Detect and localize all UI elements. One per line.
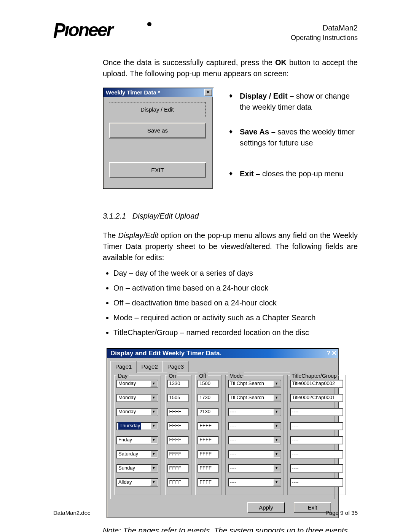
- text-input[interactable]: FFFF: [198, 422, 219, 430]
- groupbox-off: Off 150017302130FFFFFFFFFFFFFFFFFFFF: [195, 375, 221, 495]
- legend-exit: ♦ Exit – closes the pop-up menu: [229, 168, 358, 179]
- exit-button[interactable]: EXIT: [109, 162, 206, 178]
- text-input[interactable]: Title0001Chap0002: [290, 380, 343, 388]
- day-select[interactable]: Saturday▼: [116, 450, 158, 459]
- day-select[interactable]: ----▼: [228, 408, 281, 416]
- day-select[interactable]: ----▼: [228, 464, 281, 473]
- close-icon[interactable]: ✕: [204, 89, 212, 96]
- day-select[interactable]: ----▼: [228, 478, 281, 487]
- text-input[interactable]: 1500: [198, 380, 219, 388]
- field-on: On – activation time based on a 24-hour …: [113, 283, 358, 294]
- fields-list: Day – day of the week or a series of day…: [109, 268, 358, 338]
- dialog-title: Display and Edit Weekly Timer Data.: [110, 349, 221, 358]
- chevron-down-icon: ▼: [273, 451, 280, 457]
- header-right: DataMan2 Operating Instructions: [291, 23, 358, 42]
- help-icon[interactable]: ?: [327, 349, 331, 358]
- page-footer: DataMan2.doc Page 9 of 35: [53, 510, 358, 516]
- text-input[interactable]: ----: [290, 436, 343, 444]
- day-select[interactable]: Sunday▼: [116, 464, 158, 473]
- day-select[interactable]: Monday▼: [116, 380, 158, 388]
- day-select[interactable]: Allday▼: [116, 478, 158, 487]
- intro-paragraph: Once the data is successfully captured, …: [103, 57, 358, 79]
- text-input[interactable]: ----: [290, 464, 343, 473]
- section-paragraph: The Display/Edit option on the pop-up me…: [103, 230, 358, 263]
- chevron-down-icon: ▼: [150, 380, 157, 387]
- day-select[interactable]: ----▼: [228, 436, 281, 444]
- text-input[interactable]: 2130: [198, 408, 219, 416]
- text-input[interactable]: ----: [290, 422, 343, 430]
- text-input[interactable]: FFFF: [167, 408, 189, 416]
- tabs: Page1 Page2 Page3: [110, 361, 335, 372]
- day-select[interactable]: ----▼: [228, 450, 281, 459]
- field-tcg: TitleChapter/Group – named recorded loca…: [113, 327, 358, 338]
- text-input[interactable]: FFFF: [198, 436, 219, 444]
- save-as-button[interactable]: Save as: [109, 123, 206, 139]
- display-edit-dialog: Display and Edit Weekly Timer Data. ? ✕ …: [107, 348, 339, 518]
- field-mode: Mode – required action or activity such …: [113, 312, 358, 323]
- groupbox-tcg: TitleChapter/Group Title0001Chap0002Titl…: [287, 375, 346, 495]
- text-input[interactable]: FFFF: [167, 436, 189, 444]
- groupbox-on: On 13301505FFFFFFFFFFFFFFFFFFFFFFFF: [165, 375, 191, 495]
- text-input[interactable]: ----: [290, 478, 343, 487]
- field-day: Day – day of the week or a series of day…: [113, 268, 358, 279]
- note-text: Note: The pages refer to events. The sys…: [103, 525, 358, 532]
- chevron-down-icon: ▼: [150, 409, 157, 415]
- chevron-down-icon: ▼: [273, 395, 280, 401]
- chevron-down-icon: ▼: [273, 409, 280, 415]
- doc-title: DataMan2: [291, 23, 358, 33]
- text-input[interactable]: FFFF: [167, 478, 189, 487]
- popup-title: Weekly Timer Data *: [106, 88, 160, 97]
- text-input[interactable]: 1505: [167, 394, 189, 402]
- chevron-down-icon: ▼: [273, 423, 280, 429]
- legend-display-edit: ♦ Display / Edit – show or change the we…: [229, 91, 358, 113]
- section-heading: 3.1.2.1 Display/Edit Upload: [103, 211, 358, 222]
- tab-page1[interactable]: Page1: [110, 361, 137, 373]
- doc-subtitle: Operating Instructions: [291, 33, 358, 42]
- footer-left: DataMan2.doc: [53, 510, 91, 516]
- text-input[interactable]: FFFF: [167, 464, 189, 473]
- tab-panel: Day Monday▼Monday▼Monday▼Thursday▼Friday…: [110, 372, 335, 499]
- field-off: Off – deactivation time based on a 24-ho…: [113, 297, 358, 308]
- text-input[interactable]: FFFF: [198, 450, 219, 459]
- legend-save-as: ♦ Save As – saves the weekly timer setti…: [229, 126, 358, 149]
- text-input[interactable]: ----: [290, 408, 343, 416]
- chevron-down-icon: ▼: [273, 465, 280, 471]
- weekly-timer-popup: Weekly Timer Data * ✕ Display / Edit Sav…: [103, 88, 214, 190]
- tab-page2[interactable]: Page2: [136, 361, 162, 372]
- day-select[interactable]: Thursday▼: [116, 422, 158, 430]
- tab-page3[interactable]: Page3: [162, 361, 189, 372]
- day-select[interactable]: Ttl Chpt Search▼: [228, 380, 281, 388]
- chevron-down-icon: ▼: [150, 395, 157, 401]
- day-select[interactable]: Friday▼: [116, 436, 158, 444]
- groupbox-mode: Mode Ttl Chpt Search▼Ttl Chpt Search▼---…: [225, 375, 284, 495]
- day-select[interactable]: ----▼: [228, 422, 281, 430]
- pioneer-logo: Pıoneer: [53, 21, 167, 44]
- dialog-titlebar: Display and Edit Weekly Timer Data. ? ✕: [107, 349, 338, 358]
- text-input[interactable]: FFFF: [198, 478, 219, 487]
- chevron-down-icon: ▼: [273, 437, 280, 443]
- chevron-down-icon: ▼: [150, 437, 157, 443]
- text-input[interactable]: 1330: [167, 380, 189, 388]
- day-select[interactable]: Monday▼: [116, 408, 158, 416]
- chevron-down-icon: ▼: [150, 479, 157, 486]
- popup-titlebar: Weekly Timer Data * ✕: [104, 88, 213, 97]
- day-select[interactable]: Monday▼: [116, 394, 158, 402]
- chevron-down-icon: ▼: [150, 465, 157, 471]
- text-input[interactable]: FFFF: [167, 422, 189, 430]
- text-input[interactable]: ----: [290, 450, 343, 459]
- text-input[interactable]: FFFF: [198, 464, 219, 473]
- close-icon[interactable]: ✕: [331, 349, 337, 358]
- footer-right: Page 9 of 35: [325, 510, 358, 516]
- chevron-down-icon: ▼: [150, 451, 157, 457]
- chevron-down-icon: ▼: [273, 380, 280, 387]
- text-input[interactable]: Title0002Chap0001: [290, 394, 343, 402]
- text-input[interactable]: FFFF: [167, 450, 189, 459]
- chevron-down-icon: ▼: [273, 479, 280, 486]
- popup-legend-list: ♦ Display / Edit – show or change the we…: [229, 88, 358, 193]
- display-edit-button[interactable]: Display / Edit: [109, 102, 206, 117]
- groupbox-day: Day Monday▼Monday▼Monday▼Thursday▼Friday…: [114, 375, 161, 495]
- day-select[interactable]: Ttl Chpt Search▼: [228, 394, 281, 402]
- chevron-down-icon: ▼: [150, 423, 157, 429]
- text-input[interactable]: 1730: [198, 394, 219, 402]
